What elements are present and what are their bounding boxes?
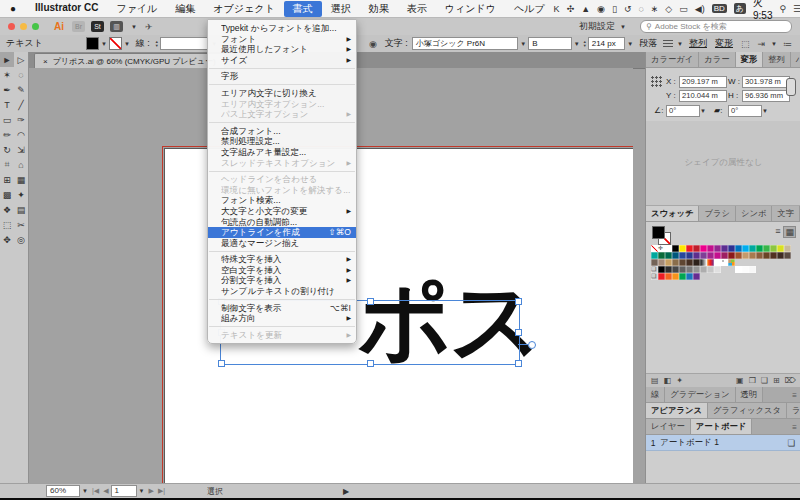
swatch[interactable] (686, 245, 693, 252)
gradient-tool-icon[interactable]: ▩ (0, 187, 14, 202)
swatch-themes-icon[interactable]: ✦ (676, 376, 683, 385)
next-artboard-button[interactable]: ▶ (149, 487, 154, 495)
artboard-nav-field[interactable]: 1 (111, 485, 137, 497)
menubar-item[interactable]: ファイル (107, 1, 166, 17)
swatch[interactable] (707, 266, 714, 273)
swatch[interactable] (679, 266, 686, 273)
ime-input-icon[interactable]: あ (734, 3, 746, 14)
menubar-item[interactable]: オブジェクト (204, 1, 283, 17)
swatch[interactable] (665, 259, 672, 266)
bridge-button[interactable]: Br (72, 21, 85, 32)
shear-angle-field[interactable]: 0° (728, 105, 762, 117)
swatch[interactable] (672, 252, 679, 259)
menu-item[interactable]: 最適なマージン揃え (208, 238, 356, 249)
first-artboard-button[interactable]: |◀ (92, 487, 99, 495)
selection-handle[interactable] (515, 329, 522, 336)
panel-tab[interactable]: 透明 (736, 387, 764, 402)
swatch-reg[interactable] (658, 245, 665, 252)
menu-item[interactable]: 合成フォント... (208, 126, 356, 137)
tab-close-icon[interactable]: × (43, 57, 48, 66)
menu-item[interactable]: 特殊文字を挿入▶ (208, 254, 356, 265)
grid-view-icon[interactable]: ▦ (783, 226, 796, 238)
dropbox-icon[interactable]: ▲ (581, 4, 590, 14)
swatch[interactable] (784, 252, 791, 259)
menubar-item[interactable]: 書式 (284, 1, 322, 17)
swatch[interactable] (735, 252, 742, 259)
panel-tab[interactable]: アートボード (691, 419, 753, 434)
selection-handle[interactable] (367, 360, 374, 367)
swatch[interactable] (721, 252, 728, 259)
rectangle-tool-icon[interactable]: ▭ (0, 112, 14, 127)
swatch[interactable] (665, 266, 672, 273)
constrain-proportions-icon[interactable] (786, 78, 796, 96)
panel-tab[interactable]: 変形 (736, 52, 764, 67)
curvature-tool-icon[interactable]: ✎ (14, 82, 28, 97)
swatch[interactable] (693, 266, 700, 273)
select-similar-icon[interactable]: ⇥ (758, 39, 766, 49)
font-family-chevron[interactable]: ▼ (520, 41, 526, 47)
swatch[interactable] (658, 259, 665, 266)
lock-icon[interactable]: ▯ (612, 4, 617, 14)
menu-item[interactable]: 禁則処理設定... (208, 136, 356, 147)
zoom-level-field[interactable]: 60% (46, 485, 80, 497)
stroke-weight-stepper[interactable]: ▲▼ (155, 40, 159, 48)
panel-tab[interactable]: グラフィックスタ (708, 403, 787, 418)
spotlight-icon[interactable]: ⚲ (780, 4, 787, 14)
bd-badge-icon[interactable]: BD (712, 4, 727, 13)
swatch[interactable] (700, 245, 707, 252)
swatch[interactable] (658, 252, 665, 259)
swatch[interactable] (735, 266, 742, 273)
app-status-icon[interactable]: K (554, 4, 560, 14)
panel-menu-icon[interactable]: ≡ (788, 421, 800, 434)
swatch[interactable] (777, 245, 784, 252)
swatch[interactable] (742, 252, 749, 259)
menu-item[interactable]: 制御文字を表示⌥⌘I (208, 303, 356, 314)
swatch[interactable] (742, 245, 749, 252)
font-family-select[interactable]: 小塚ゴシック Pr6N (412, 37, 519, 50)
align-panel-link[interactable]: 整列 (689, 37, 707, 50)
menubar-item[interactable]: 選択 (322, 1, 360, 17)
menu-item[interactable]: フォント▶ (208, 34, 356, 45)
stroke-color-swatch[interactable] (109, 37, 122, 50)
swatch[interactable] (686, 266, 693, 273)
arrange-documents-chevron[interactable]: ▼ (131, 24, 137, 30)
swatch[interactable] (707, 245, 714, 252)
menubar-item[interactable]: ウィンドウ (436, 1, 505, 17)
rotate-angle-chevron[interactable]: ▼ (700, 108, 706, 114)
stock-search-input[interactable]: ⚲ Adobe Stock を検索 (640, 20, 792, 33)
stroke-weight-field[interactable] (160, 37, 209, 50)
menubar-item[interactable]: Illustrator CC (26, 1, 107, 17)
w-value-field[interactable]: 301.978 m (742, 76, 790, 88)
artboard-page-icon[interactable]: ❏ (787, 438, 800, 448)
menu-item[interactable]: 文字組みアキ量設定... (208, 147, 356, 158)
x-value-field[interactable]: 209.197 m (679, 76, 727, 88)
swatch[interactable] (665, 252, 672, 259)
panel-tab[interactable]: ライブラリ (787, 403, 800, 418)
swatch[interactable] (714, 266, 721, 273)
rotate-tool-icon[interactable]: ↻ (0, 142, 14, 157)
fill-chevron[interactable]: ▼ (101, 41, 107, 47)
select-similar-chevron[interactable]: ▼ (771, 41, 777, 47)
shear-angle-chevron[interactable]: ▼ (762, 108, 768, 114)
isolate-selection-icon[interactable]: ⬚ (741, 39, 750, 49)
swatch[interactable] (777, 252, 784, 259)
swatch[interactable] (672, 273, 679, 280)
swatch[interactable] (700, 266, 707, 273)
fill-color-swatch[interactable] (86, 37, 99, 50)
swatch[interactable] (658, 266, 665, 273)
menu-item[interactable]: アウトラインを作成⇧⌘O (208, 227, 356, 238)
swatch[interactable] (770, 252, 777, 259)
width-tool-icon[interactable]: ⌗ (0, 157, 14, 172)
menubar-item[interactable]: 編集 (166, 1, 204, 17)
volume-shape-icon[interactable]: ◇ (665, 4, 672, 14)
menubar-item[interactable]: 効果 (360, 1, 398, 17)
swatch[interactable] (721, 245, 728, 252)
lasso-tool-icon[interactable]: ◌ (14, 67, 28, 82)
last-artboard-button[interactable]: ▶| (158, 487, 165, 495)
delete-swatch-icon[interactable]: ⌦ (785, 376, 796, 385)
panel-tab[interactable]: 整列 (763, 52, 791, 67)
swatch[interactable] (784, 245, 791, 252)
menubar-item[interactable]: 表示 (398, 1, 436, 17)
swatch-options-icon[interactable]: ▣ (736, 376, 744, 385)
menu-item[interactable]: 大文字と小文字の変更▶ (208, 206, 356, 217)
